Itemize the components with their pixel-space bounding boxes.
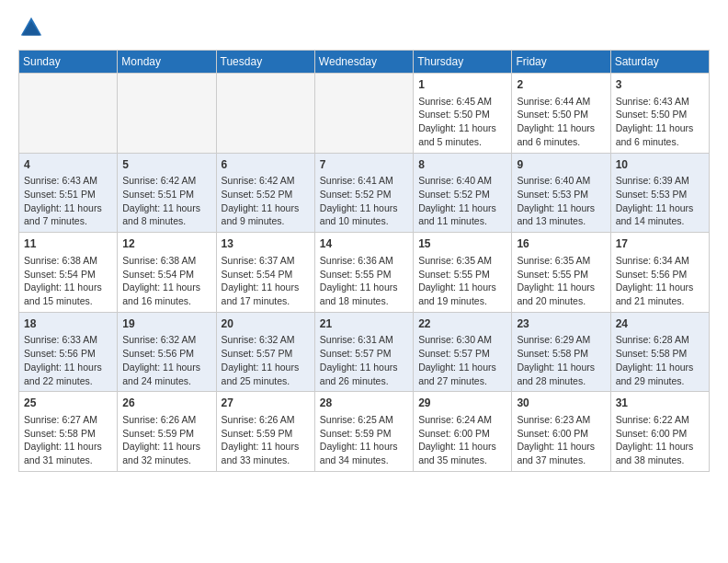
day-cell xyxy=(118,74,216,154)
day-number: 7 xyxy=(320,157,408,173)
day-info: Sunrise: 6:40 AMSunset: 5:52 PMDaylight:… xyxy=(418,175,496,226)
day-info: Sunrise: 6:35 AMSunset: 5:55 PMDaylight:… xyxy=(418,255,496,306)
day-info: Sunrise: 6:38 AMSunset: 5:54 PMDaylight:… xyxy=(24,255,102,306)
day-cell: 22Sunrise: 6:30 AMSunset: 5:57 PMDayligh… xyxy=(414,312,512,392)
day-cell: 10Sunrise: 6:39 AMSunset: 5:53 PMDayligh… xyxy=(610,153,709,233)
day-info: Sunrise: 6:28 AMSunset: 5:58 PMDaylight:… xyxy=(616,334,694,385)
day-info: Sunrise: 6:32 AMSunset: 5:56 PMDaylight:… xyxy=(122,334,200,385)
day-cell: 14Sunrise: 6:36 AMSunset: 5:55 PMDayligh… xyxy=(314,233,413,313)
day-number: 9 xyxy=(517,157,605,173)
day-cell: 4Sunrise: 6:43 AMSunset: 5:51 PMDaylight… xyxy=(19,153,118,233)
day-cell: 27Sunrise: 6:26 AMSunset: 5:59 PMDayligh… xyxy=(216,392,314,472)
day-number: 17 xyxy=(616,236,704,252)
day-cell: 25Sunrise: 6:27 AMSunset: 5:58 PMDayligh… xyxy=(19,392,118,472)
day-info: Sunrise: 6:42 AMSunset: 5:52 PMDaylight:… xyxy=(222,175,300,226)
day-info: Sunrise: 6:36 AMSunset: 5:55 PMDaylight:… xyxy=(320,255,398,306)
day-cell: 23Sunrise: 6:29 AMSunset: 5:58 PMDayligh… xyxy=(512,312,610,392)
day-number: 30 xyxy=(517,396,605,411)
day-info: Sunrise: 6:26 AMSunset: 5:59 PMDaylight:… xyxy=(222,414,300,465)
day-cell: 6Sunrise: 6:42 AMSunset: 5:52 PMDaylight… xyxy=(216,153,314,233)
header-row: SundayMondayTuesdayWednesdayThursdayFrid… xyxy=(19,51,710,74)
day-cell: 7Sunrise: 6:41 AMSunset: 5:52 PMDaylight… xyxy=(314,153,413,233)
day-number: 16 xyxy=(517,236,605,252)
day-cell: 17Sunrise: 6:34 AMSunset: 5:56 PMDayligh… xyxy=(610,233,709,313)
calendar-table: SundayMondayTuesdayWednesdayThursdayFrid… xyxy=(18,50,710,472)
day-header-sunday: Sunday xyxy=(19,51,118,74)
day-number: 18 xyxy=(24,316,112,332)
day-cell: 11Sunrise: 6:38 AMSunset: 5:54 PMDayligh… xyxy=(19,233,118,313)
week-row-5: 25Sunrise: 6:27 AMSunset: 5:58 PMDayligh… xyxy=(19,392,710,472)
day-info: Sunrise: 6:33 AMSunset: 5:56 PMDaylight:… xyxy=(24,334,102,385)
week-row-1: 1Sunrise: 6:45 AMSunset: 5:50 PMDaylight… xyxy=(19,74,710,154)
week-row-4: 18Sunrise: 6:33 AMSunset: 5:56 PMDayligh… xyxy=(19,312,710,392)
day-cell: 30Sunrise: 6:23 AMSunset: 6:00 PMDayligh… xyxy=(512,392,610,472)
day-info: Sunrise: 6:43 AMSunset: 5:51 PMDaylight:… xyxy=(24,175,102,226)
day-number: 13 xyxy=(222,236,310,252)
day-cell xyxy=(314,74,413,154)
day-info: Sunrise: 6:45 AMSunset: 5:50 PMDaylight:… xyxy=(418,96,496,147)
day-number: 1 xyxy=(418,77,506,93)
day-info: Sunrise: 6:23 AMSunset: 6:00 PMDaylight:… xyxy=(517,414,595,465)
day-number: 19 xyxy=(122,316,210,332)
day-cell: 16Sunrise: 6:35 AMSunset: 5:55 PMDayligh… xyxy=(512,233,610,313)
day-number: 29 xyxy=(418,396,506,411)
day-info: Sunrise: 6:29 AMSunset: 5:58 PMDaylight:… xyxy=(517,334,595,385)
day-number: 28 xyxy=(320,396,408,411)
day-info: Sunrise: 6:44 AMSunset: 5:50 PMDaylight:… xyxy=(517,96,595,147)
day-cell: 18Sunrise: 6:33 AMSunset: 5:56 PMDayligh… xyxy=(19,312,118,392)
day-info: Sunrise: 6:42 AMSunset: 5:51 PMDaylight:… xyxy=(122,175,200,226)
day-number: 4 xyxy=(24,157,112,173)
logo-icon xyxy=(18,15,44,40)
day-number: 24 xyxy=(616,316,704,332)
day-info: Sunrise: 6:35 AMSunset: 5:55 PMDaylight:… xyxy=(517,255,595,306)
day-info: Sunrise: 6:31 AMSunset: 5:57 PMDaylight:… xyxy=(320,334,398,385)
day-number: 22 xyxy=(418,316,506,332)
day-info: Sunrise: 6:32 AMSunset: 5:57 PMDaylight:… xyxy=(222,334,300,385)
day-info: Sunrise: 6:38 AMSunset: 5:54 PMDaylight:… xyxy=(122,255,200,306)
day-number: 10 xyxy=(616,157,704,173)
week-row-3: 11Sunrise: 6:38 AMSunset: 5:54 PMDayligh… xyxy=(19,233,710,313)
day-cell: 21Sunrise: 6:31 AMSunset: 5:57 PMDayligh… xyxy=(314,312,413,392)
day-number: 12 xyxy=(122,236,210,252)
day-number: 8 xyxy=(418,157,506,173)
header xyxy=(18,15,710,40)
logo xyxy=(18,15,48,40)
day-cell: 9Sunrise: 6:40 AMSunset: 5:53 PMDaylight… xyxy=(512,153,610,233)
day-cell: 8Sunrise: 6:40 AMSunset: 5:52 PMDaylight… xyxy=(414,153,512,233)
day-info: Sunrise: 6:26 AMSunset: 5:59 PMDaylight:… xyxy=(122,414,200,465)
day-cell: 3Sunrise: 6:43 AMSunset: 5:50 PMDaylight… xyxy=(610,74,709,154)
day-cell: 15Sunrise: 6:35 AMSunset: 5:55 PMDayligh… xyxy=(414,233,512,313)
day-cell: 31Sunrise: 6:22 AMSunset: 6:00 PMDayligh… xyxy=(610,392,709,472)
day-header-friday: Friday xyxy=(512,51,610,74)
day-number: 2 xyxy=(517,77,605,93)
day-info: Sunrise: 6:25 AMSunset: 5:59 PMDaylight:… xyxy=(320,414,398,465)
week-row-2: 4Sunrise: 6:43 AMSunset: 5:51 PMDaylight… xyxy=(19,153,710,233)
day-cell: 28Sunrise: 6:25 AMSunset: 5:59 PMDayligh… xyxy=(314,392,413,472)
day-header-wednesday: Wednesday xyxy=(314,51,413,74)
day-info: Sunrise: 6:43 AMSunset: 5:50 PMDaylight:… xyxy=(616,96,694,147)
day-cell: 20Sunrise: 6:32 AMSunset: 5:57 PMDayligh… xyxy=(216,312,314,392)
day-header-monday: Monday xyxy=(118,51,216,74)
day-number: 31 xyxy=(616,396,704,411)
day-number: 11 xyxy=(24,236,112,252)
day-cell: 2Sunrise: 6:44 AMSunset: 5:50 PMDaylight… xyxy=(512,74,610,154)
day-cell: 24Sunrise: 6:28 AMSunset: 5:58 PMDayligh… xyxy=(610,312,709,392)
day-number: 6 xyxy=(222,157,310,173)
day-info: Sunrise: 6:37 AMSunset: 5:54 PMDaylight:… xyxy=(222,255,300,306)
day-info: Sunrise: 6:39 AMSunset: 5:53 PMDaylight:… xyxy=(616,175,694,226)
day-info: Sunrise: 6:27 AMSunset: 5:58 PMDaylight:… xyxy=(24,414,102,465)
page: SundayMondayTuesdayWednesdayThursdayFrid… xyxy=(0,0,728,487)
day-cell xyxy=(216,74,314,154)
day-info: Sunrise: 6:24 AMSunset: 6:00 PMDaylight:… xyxy=(418,414,496,465)
day-cell: 1Sunrise: 6:45 AMSunset: 5:50 PMDaylight… xyxy=(414,74,512,154)
day-number: 14 xyxy=(320,236,408,252)
day-info: Sunrise: 6:34 AMSunset: 5:56 PMDaylight:… xyxy=(616,255,694,306)
day-cell: 13Sunrise: 6:37 AMSunset: 5:54 PMDayligh… xyxy=(216,233,314,313)
day-cell: 5Sunrise: 6:42 AMSunset: 5:51 PMDaylight… xyxy=(118,153,216,233)
day-cell: 12Sunrise: 6:38 AMSunset: 5:54 PMDayligh… xyxy=(118,233,216,313)
day-number: 25 xyxy=(24,396,112,411)
day-number: 20 xyxy=(222,316,310,332)
day-cell xyxy=(19,74,118,154)
day-header-saturday: Saturday xyxy=(610,51,709,74)
day-cell: 26Sunrise: 6:26 AMSunset: 5:59 PMDayligh… xyxy=(118,392,216,472)
